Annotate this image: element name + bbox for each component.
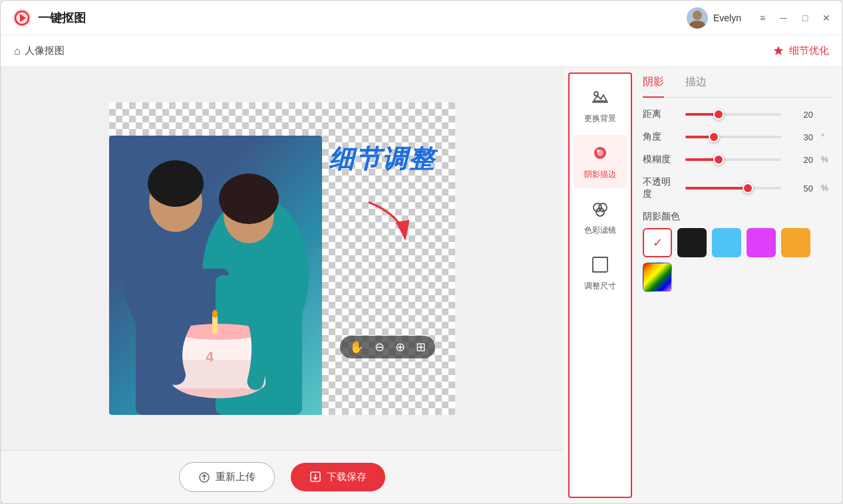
reupload-button[interactable]: 重新上传 — [179, 462, 275, 492]
tool-change-bg[interactable]: 更换背景 — [574, 79, 627, 132]
download-label: 下载保存 — [327, 471, 367, 483]
slider-distance-track[interactable] — [685, 113, 781, 116]
shadow-stroke-icon — [591, 144, 609, 166]
svg-point-8 — [148, 160, 204, 207]
menu-button[interactable]: ≡ — [757, 13, 768, 23]
color-filter-icon — [591, 199, 609, 222]
color-swatches: ✓ — [643, 228, 832, 292]
svg-point-29 — [596, 208, 604, 216]
people-svg: 4 — [109, 136, 322, 415]
tab-stroke[interactable]: 描边 — [685, 75, 707, 92]
color-blue[interactable] — [712, 228, 741, 257]
breadcrumb-text: 人像抠图 — [25, 45, 65, 57]
slider-distance: 距离 20 — [643, 108, 832, 120]
download-icon — [309, 471, 321, 483]
color-black[interactable] — [677, 228, 707, 257]
tool-resize[interactable]: 调整尺寸 — [574, 247, 627, 300]
slider-blur-track[interactable] — [685, 158, 781, 161]
hand-tool-icon[interactable]: ✋ — [349, 340, 364, 354]
tool-color-filter[interactable]: 色彩滤镜 — [574, 191, 627, 244]
color-pink[interactable] — [747, 228, 776, 257]
color-yellow[interactable] — [781, 228, 810, 257]
reupload-icon — [198, 471, 210, 483]
check-icon: ✓ — [653, 235, 663, 250]
bottom-bar: 重新上传 下载保存 — [1, 450, 563, 503]
slider-angle-track[interactable] — [685, 136, 781, 138]
right-panel: 更换背景 阴影描边 — [563, 67, 842, 503]
logo-icon — [11, 7, 33, 29]
home-icon: ⌂ — [14, 45, 21, 57]
color-rainbow[interactable] — [643, 263, 672, 292]
app-logo: 一键抠图 — [11, 7, 86, 29]
slider-blur-label: 模糊度 — [643, 154, 677, 166]
svg-point-18 — [212, 310, 218, 318]
canvas-area: 4 细节调整 — [1, 67, 563, 450]
change-bg-icon — [591, 88, 609, 110]
annotation-arrow — [362, 195, 415, 249]
detail-optimize-label: 细节优化 — [789, 45, 829, 57]
svg-rect-17 — [212, 315, 218, 334]
slider-angle: 角度 30 ° — [643, 131, 832, 143]
canvas-toolbar: ✋ ⊖ ⊕ ⊞ — [340, 336, 435, 358]
svg-point-3 — [693, 11, 702, 20]
slider-distance-value: 20 — [789, 110, 813, 120]
tool-sidebar: 更换背景 阴影描边 — [568, 72, 632, 498]
shadow-stroke-label: 阴影描边 — [584, 169, 616, 180]
svg-point-4 — [689, 21, 705, 29]
shadow-color-section: 阴影颜色 ✓ — [643, 211, 832, 292]
slider-distance-label: 距离 — [643, 108, 677, 120]
breadcrumb: ⌂ 人像抠图 — [14, 45, 65, 57]
zoom-in-icon[interactable]: ⊕ — [395, 340, 405, 354]
color-white[interactable]: ✓ — [643, 228, 672, 257]
slider-opacity-value: 50 — [789, 184, 813, 193]
maximize-button[interactable]: □ — [800, 13, 810, 23]
resize-icon — [591, 255, 609, 278]
slider-opacity: 不透明度 50 % — [643, 176, 832, 200]
main-content: 4 细节调整 — [1, 67, 842, 503]
subject-image: 4 — [109, 136, 322, 415]
shadow-color-label: 阴影颜色 — [643, 211, 832, 223]
title-bar: 一键抠图 Evelyn ≡ ─ □ ✕ — [1, 1, 842, 35]
app-window: 一键抠图 Evelyn ≡ ─ □ ✕ ⌂ 人像抠图 — [0, 0, 843, 504]
resize-label: 调整尺寸 — [584, 281, 616, 292]
tab-shadow[interactable]: 阴影 — [643, 75, 664, 92]
slider-opacity-track[interactable] — [685, 187, 781, 189]
detail-optimize-button[interactable]: 细节优化 — [772, 45, 829, 58]
slider-blur: 模糊度 20 % — [643, 154, 832, 166]
svg-point-26 — [597, 150, 599, 152]
svg-text:4: 4 — [206, 348, 214, 365]
minimize-button[interactable]: ─ — [778, 13, 789, 23]
download-button[interactable]: 下载保存 — [291, 463, 385, 491]
avatar — [687, 7, 708, 29]
slider-angle-value: 30 — [789, 132, 813, 142]
slider-angle-unit: ° — [821, 132, 832, 142]
svg-point-10 — [219, 174, 279, 224]
svg-point-23 — [594, 92, 598, 96]
nav-bar: ⌂ 人像抠图 细节优化 — [1, 35, 842, 67]
svg-rect-30 — [593, 257, 607, 272]
reupload-label: 重新上传 — [216, 471, 255, 483]
svg-point-28 — [599, 203, 607, 211]
slider-opacity-label: 不透明度 — [643, 176, 677, 200]
window-controls: ≡ ─ □ ✕ — [757, 13, 832, 23]
image-container: 4 细节调整 — [109, 102, 455, 415]
user-name: Evelyn — [713, 13, 741, 23]
change-bg-label: 更换背景 — [584, 113, 616, 124]
slider-blur-unit: % — [821, 155, 832, 164]
close-button[interactable]: ✕ — [821, 13, 832, 23]
slider-angle-label: 角度 — [643, 131, 677, 143]
detail-optimize-icon — [772, 45, 785, 58]
zoom-out-icon[interactable]: ⊖ — [375, 340, 385, 354]
annotation-text: 细节调整 — [329, 142, 435, 176]
panel-tabs: 阴影 描边 — [643, 75, 832, 98]
slider-blur-value: 20 — [789, 155, 813, 165]
user-area: Evelyn — [687, 7, 741, 29]
fit-icon[interactable]: ⊞ — [416, 340, 426, 354]
app-title: 一键抠图 — [38, 10, 86, 26]
settings-panel: 阴影 描边 距离 20 — [632, 67, 842, 503]
tool-shadow-stroke[interactable]: 阴影描边 — [574, 135, 627, 188]
color-filter-label: 色彩滤镜 — [584, 225, 616, 236]
slider-opacity-unit: % — [821, 184, 832, 193]
